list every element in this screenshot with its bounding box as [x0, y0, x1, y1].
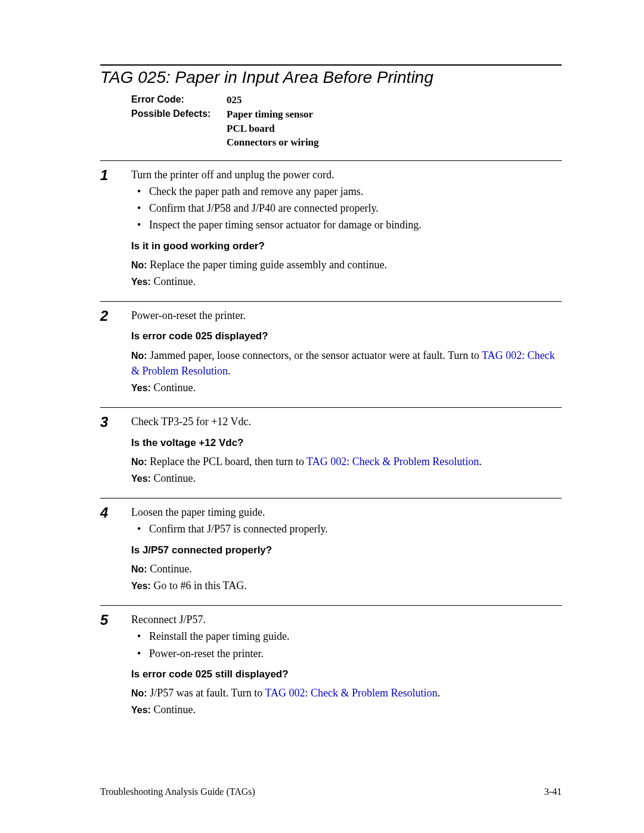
- bullet-item: Power-on-reset the printer.: [131, 646, 562, 661]
- meta-label: Error Code:: [131, 93, 227, 107]
- no-text-suffix: .: [437, 687, 440, 699]
- no-label: No:: [131, 457, 147, 467]
- bullet-item: Confirm that J/P58 and J/P40 are connect…: [131, 200, 562, 216]
- no-text-suffix: .: [479, 456, 482, 467]
- yes-label: Yes:: [131, 705, 151, 715]
- step-number: 5: [100, 612, 131, 719]
- step-number: 2: [100, 308, 131, 397]
- yes-text: Continue.: [151, 704, 196, 716]
- step-question: Is J/P57 connected properly?: [131, 543, 562, 558]
- step-5: 5 Reconnect J/P57. Reinstall the paper t…: [100, 605, 562, 719]
- tag-link[interactable]: TAG 002: Check & Problem Resolution: [306, 456, 479, 467]
- page-footer: Troubleshooting Analysis Guide (TAGs) 3-…: [100, 786, 562, 797]
- step-question: Is error code 025 still displayed?: [131, 667, 562, 682]
- step-intro: Power-on-reset the printer.: [131, 308, 562, 323]
- answer-yes: Yes: Continue.: [131, 274, 562, 289]
- no-label: No:: [131, 564, 147, 574]
- step-4: 4 Loosen the paper timing guide. Confirm…: [100, 498, 562, 594]
- meta-table: Error Code: 025 Possible Defects: Paper …: [131, 93, 562, 150]
- meta-row-defects: Possible Defects: Paper timing sensor PC…: [131, 107, 562, 150]
- step-number: 3: [100, 414, 131, 487]
- meta-row-error-code: Error Code: 025: [131, 93, 562, 107]
- step-number: 1: [100, 167, 131, 290]
- no-label: No:: [131, 260, 147, 270]
- defect-item: Paper timing sensor: [227, 107, 319, 122]
- no-text: Continue.: [147, 563, 192, 575]
- no-text: Replace the paper timing guide assembly …: [147, 259, 387, 271]
- tag-link[interactable]: TAG 002: Check & Problem Resolution: [265, 687, 437, 699]
- document-page: TAG 025: Paper in Input Area Before Prin…: [0, 0, 644, 719]
- no-text-prefix: J/P57 was at fault. Turn to: [147, 687, 265, 699]
- step-body: Power-on-reset the printer. Is error cod…: [131, 308, 562, 397]
- answer-yes: Yes: Continue.: [131, 702, 562, 717]
- no-text-suffix: .: [228, 365, 231, 377]
- answer-no: No: Jammed paper, loose connectors, or t…: [131, 348, 562, 379]
- step-body: Reconnect J/P57. Reinstall the paper tim…: [131, 612, 562, 719]
- yes-text: Continue.: [151, 382, 196, 394]
- yes-label: Yes:: [131, 581, 151, 591]
- answer-no: No: Replace the paper timing guide assem…: [131, 257, 562, 272]
- answer-yes: Yes: Go to #6 in this TAG.: [131, 578, 562, 593]
- yes-text: Go to #6 in this TAG.: [151, 580, 247, 592]
- defect-item: PCL board: [227, 122, 319, 136]
- yes-label: Yes:: [131, 383, 151, 393]
- top-rule: [100, 64, 562, 66]
- page-title: TAG 025: Paper in Input Area Before Prin…: [100, 68, 562, 87]
- footer-right: 3-41: [544, 786, 562, 797]
- step-intro: Reconnect J/P57.: [131, 612, 562, 627]
- bullet-item: Reinstall the paper timing guide.: [131, 628, 562, 644]
- step-bullets: Reinstall the paper timing guide. Power-…: [131, 628, 562, 661]
- step-intro: Turn the printer off and unplug the powe…: [131, 167, 562, 182]
- meta-value-defects: Paper timing sensor PCL board Connectors…: [227, 107, 319, 150]
- step-bullets: Confirm that J/P57 is connected properly…: [131, 521, 562, 537]
- bullet-item: Check the paper path and remove any pape…: [131, 184, 562, 199]
- yes-label: Yes:: [131, 473, 151, 484]
- answer-no: No: Continue.: [131, 561, 562, 577]
- no-label: No:: [131, 688, 147, 698]
- step-question: Is the voltage +12 Vdc?: [131, 436, 562, 451]
- step-body: Loosen the paper timing guide. Confirm t…: [131, 504, 562, 594]
- meta-label: Possible Defects:: [131, 107, 227, 150]
- bullet-item: Inspect the paper timing sensor actuator…: [131, 217, 562, 233]
- step-number: 4: [100, 504, 131, 594]
- answer-yes: Yes: Continue.: [131, 380, 562, 395]
- yes-label: Yes:: [131, 277, 151, 287]
- no-label: No:: [131, 351, 147, 361]
- answer-no: No: J/P57 was at fault. Turn to TAG 002:…: [131, 685, 562, 701]
- defect-item: Connectors or wiring: [227, 135, 319, 150]
- step-question: Is error code 025 displayed?: [131, 329, 562, 344]
- step-body: Check TP3-25 for +12 Vdc. Is the voltage…: [131, 414, 562, 487]
- step-1: 1 Turn the printer off and unplug the po…: [100, 160, 562, 290]
- answer-yes: Yes: Continue.: [131, 470, 562, 486]
- step-body: Turn the printer off and unplug the powe…: [131, 167, 562, 290]
- step-2: 2 Power-on-reset the printer. Is error c…: [100, 301, 562, 397]
- step-question: Is it in good working order?: [131, 239, 562, 254]
- bullet-item: Confirm that J/P57 is connected properly…: [131, 521, 562, 537]
- answer-no: No: Replace the PCL board, then turn to …: [131, 454, 562, 469]
- meta-value: 025: [227, 93, 242, 107]
- no-text-prefix: Jammed paper, loose connectors, or the s…: [147, 349, 482, 361]
- step-3: 3 Check TP3-25 for +12 Vdc. Is the volta…: [100, 407, 562, 487]
- step-intro: Loosen the paper timing guide.: [131, 504, 562, 520]
- step-bullets: Check the paper path and remove any pape…: [131, 184, 562, 233]
- yes-text: Continue.: [151, 275, 196, 287]
- footer-left: Troubleshooting Analysis Guide (TAGs): [100, 786, 255, 797]
- step-intro: Check TP3-25 for +12 Vdc.: [131, 414, 562, 429]
- yes-text: Continue.: [151, 472, 196, 484]
- no-text-prefix: Replace the PCL board, then turn to: [147, 456, 306, 467]
